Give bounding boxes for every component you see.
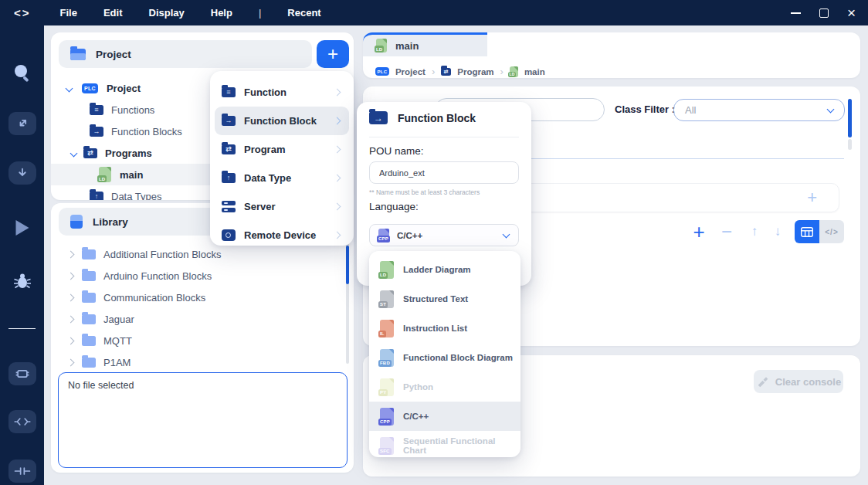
- library-folder-icon: [82, 314, 96, 324]
- chevron-right-icon: [334, 146, 341, 154]
- language-option-cpp[interactable]: CPP C/C++: [369, 402, 520, 431]
- breadcrumb-program[interactable]: Program: [457, 67, 493, 76]
- menu-item-server[interactable]: Server: [215, 192, 349, 221]
- menu-file[interactable]: File: [60, 7, 77, 19]
- chevron-down-icon[interactable]: [66, 84, 73, 92]
- library-folder-icon: [82, 336, 96, 346]
- chevron-right-icon[interactable]: [67, 358, 75, 366]
- chevron-right-icon: [334, 89, 341, 97]
- menu-item-function-block[interactable]: → Function Block: [215, 107, 349, 135]
- search-icon[interactable]: [12, 63, 33, 84]
- title-bar: <> File Edit Display Help | Recent ×: [0, 0, 868, 25]
- library-item[interactable]: MQTT: [51, 330, 354, 351]
- code-icon[interactable]: [8, 410, 36, 433]
- table-view-icon[interactable]: [795, 220, 819, 243]
- clear-console-button[interactable]: Clear console: [754, 370, 843, 393]
- move-up-icon[interactable]: ↑: [743, 220, 766, 243]
- clear-console-label: Clear console: [775, 376, 841, 388]
- menu-item-program[interactable]: ⇄ Program: [215, 135, 349, 164]
- chevron-right-icon[interactable]: [67, 293, 75, 301]
- menu-edit[interactable]: Edit: [103, 7, 123, 19]
- language-label: Language:: [369, 201, 419, 212]
- run-icon[interactable]: [15, 220, 29, 236]
- library-folder-icon: [82, 271, 96, 281]
- menu-item-function[interactable]: ≡ Function: [215, 78, 349, 107]
- program-folder-icon: ⇄: [222, 144, 236, 154]
- library-item[interactable]: Arduino Function Blocks: [51, 265, 354, 287]
- functions-folder-icon: ≡: [90, 105, 103, 115]
- project-folder-icon: [70, 49, 86, 60]
- add-row-icon[interactable]: +: [807, 188, 817, 208]
- file-preview-box: No file selected: [58, 372, 348, 468]
- library-scrollbar-thumb[interactable]: [346, 246, 349, 284]
- python-file-icon: PY: [380, 378, 394, 396]
- language-option-sfc: SFC Sequential Functional Chart: [372, 431, 517, 460]
- variables-scrollbar-track[interactable]: [848, 139, 852, 150]
- breadcrumb-separator: ›: [432, 66, 435, 77]
- menu-item-data-type[interactable]: ↑ Data Type: [215, 164, 349, 192]
- menu-item-remote-device[interactable]: Remote Device: [215, 221, 349, 249]
- menu-display[interactable]: Display: [149, 7, 185, 19]
- language-option-instruction-list[interactable]: IL Instruction List: [372, 314, 517, 343]
- code-view-icon[interactable]: </>: [819, 220, 844, 243]
- language-option-structured-text[interactable]: ST Structured Text: [372, 284, 517, 314]
- plc-badge-icon: PLC: [82, 83, 98, 93]
- chevron-right-icon: [334, 203, 341, 211]
- language-select-value: C/C++: [397, 231, 422, 240]
- pou-name-input[interactable]: [369, 161, 519, 184]
- pins-icon[interactable]: [8, 460, 36, 483]
- maximize-button[interactable]: [819, 8, 829, 18]
- project-panel-header: Project: [59, 40, 312, 68]
- expand-icon[interactable]: [8, 112, 36, 135]
- add-variable-icon[interactable]: +: [687, 220, 710, 243]
- variables-scrollbar-thumb[interactable]: [848, 99, 852, 137]
- breadcrumb-main[interactable]: main: [524, 67, 545, 76]
- data-types-folder-icon: ↑: [90, 192, 103, 201]
- library-item[interactable]: P1AM: [51, 351, 354, 373]
- rail-divider: [8, 328, 36, 329]
- board-icon[interactable]: [8, 362, 36, 385]
- breadcrumb-project[interactable]: Project: [395, 67, 426, 76]
- library-book-icon: [70, 215, 83, 229]
- chevron-right-icon[interactable]: [67, 315, 75, 323]
- add-pou-button[interactable]: +: [317, 40, 349, 68]
- close-button[interactable]: ×: [847, 5, 856, 20]
- library-item[interactable]: Jaguar: [51, 308, 354, 330]
- class-filter-value: All: [685, 104, 696, 116]
- function-blocks-folder-icon: →: [90, 127, 103, 137]
- ladder-file-icon: LD: [99, 167, 111, 182]
- language-option-ladder-diagram[interactable]: LD Ladder Diagram: [372, 255, 517, 284]
- chevron-down-icon: [827, 105, 835, 113]
- remove-variable-icon[interactable]: −: [715, 220, 738, 243]
- ladder-file-icon: LD: [376, 39, 387, 53]
- class-filter-select[interactable]: All: [673, 99, 845, 121]
- sfc-file-icon: SFC: [380, 437, 394, 455]
- menu-help[interactable]: Help: [211, 7, 232, 19]
- remote-device-icon: [222, 229, 236, 241]
- chevron-right-icon[interactable]: [67, 337, 75, 344]
- move-down-icon[interactable]: ↓: [766, 220, 789, 243]
- tab-main[interactable]: LD main: [363, 32, 487, 56]
- window-controls: ×: [791, 5, 856, 20]
- library-item[interactable]: Communication Blocks: [51, 287, 354, 308]
- breadcrumb-separator: ›: [500, 66, 504, 77]
- app-logo-icon: <>: [14, 6, 31, 19]
- class-filter-label: Class Filter :: [615, 103, 675, 115]
- library-panel-title: Library: [93, 216, 128, 228]
- server-icon: [222, 201, 236, 212]
- plc-badge-icon: PLC: [375, 67, 389, 76]
- language-option-functional-block-diagram[interactable]: FBD Functional Block Diagram: [372, 343, 517, 372]
- ladder-file-icon: LD: [510, 66, 518, 77]
- language-select[interactable]: CPP C/C++: [369, 224, 519, 246]
- tab-main-label: main: [395, 40, 419, 52]
- minimize-button[interactable]: [791, 12, 801, 14]
- download-icon[interactable]: [8, 161, 36, 185]
- menu-recent[interactable]: Recent: [287, 7, 320, 19]
- structured-text-file-icon: ST: [380, 290, 394, 308]
- chevron-right-icon[interactable]: [67, 250, 75, 258]
- chevron-down-icon[interactable]: [70, 149, 78, 157]
- program-folder-icon: ⇄: [441, 68, 451, 76]
- chevron-right-icon[interactable]: [67, 272, 75, 280]
- debug-icon[interactable]: [12, 271, 32, 291]
- brush-icon: [756, 376, 769, 388]
